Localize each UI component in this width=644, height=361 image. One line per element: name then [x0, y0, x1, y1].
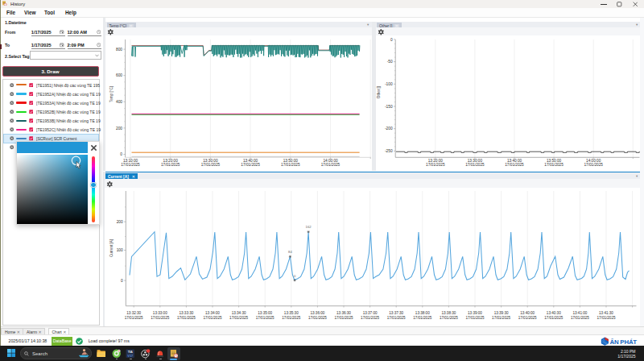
svg-text:17/01/2025: 17/01/2025: [203, 316, 221, 320]
svg-text:13:20:00: 13:20:00: [163, 159, 179, 163]
svg-text:17/01/2025: 17/01/2025: [281, 163, 300, 167]
svg-text:17/01/2025: 17/01/2025: [544, 163, 564, 167]
svg-text:13:40:00: 13:40:00: [243, 159, 258, 163]
svg-text:800: 800: [116, 48, 122, 52]
svg-text:13:34:30: 13:34:30: [231, 311, 246, 315]
svg-text:13:37:00: 13:37:00: [362, 311, 377, 315]
svg-text:13:39:30: 13:39:30: [493, 311, 508, 315]
svg-text:Other []: Other []: [376, 86, 380, 98]
svg-text:-100: -100: [384, 82, 392, 86]
svg-text:Current [A]: Current [A]: [109, 239, 113, 257]
svg-text:17/01/2025: 17/01/2025: [413, 316, 431, 320]
svg-text:TIA: TIA: [128, 351, 133, 354]
svg-text:400: 400: [116, 100, 122, 104]
svg-text:13:40:00: 13:40:00: [506, 159, 522, 163]
svg-text:13:37:30: 13:37:30: [389, 311, 403, 315]
svg-text:17/01/2025: 17/01/2025: [544, 316, 563, 320]
svg-text:13:34:00: 13:34:00: [205, 311, 220, 315]
svg-text:162: 162: [305, 225, 312, 229]
svg-text:13:36:30: 13:36:30: [336, 311, 351, 315]
svg-text:14:00:00: 14:00:00: [586, 159, 601, 163]
svg-text:13:40:30: 13:40:30: [546, 311, 560, 315]
svg-text:17/01/2025: 17/01/2025: [176, 316, 195, 320]
svg-text:17/01/2025: 17/01/2025: [465, 316, 484, 320]
svg-text:100: 100: [116, 248, 122, 252]
svg-text:84: 84: [288, 250, 292, 254]
svg-text:200: 200: [116, 220, 122, 224]
svg-text:-250: -250: [384, 149, 392, 153]
svg-text:17/01/2025: 17/01/2025: [584, 163, 603, 167]
svg-text:V17: V17: [128, 355, 134, 358]
svg-text:13:41:00: 13:41:00: [572, 311, 587, 315]
svg-text:17/01/2025: 17/01/2025: [255, 316, 274, 320]
svg-text:0: 0: [390, 38, 392, 42]
svg-text:17/01/2025: 17/01/2025: [492, 316, 510, 320]
svg-text:17/01/2025: 17/01/2025: [321, 163, 341, 167]
svg-text:13:33:30: 13:33:30: [179, 311, 193, 315]
svg-text:17/01/2025: 17/01/2025: [597, 316, 615, 320]
svg-text:13:35:00: 13:35:00: [258, 311, 272, 315]
svg-text:17/01/2025: 17/01/2025: [426, 163, 445, 167]
svg-text:-150: -150: [384, 105, 392, 109]
svg-text:-200: -200: [384, 127, 392, 131]
svg-text:13:30:00: 13:30:00: [203, 159, 218, 163]
svg-text:17/01/2025: 17/01/2025: [505, 163, 524, 167]
svg-text:13:40:00: 13:40:00: [520, 311, 535, 315]
svg-text:13:20:00: 13:20:00: [427, 159, 443, 163]
svg-text:17/01/2025: 17/01/2025: [518, 316, 536, 320]
svg-text:17/01/2025: 17/01/2025: [439, 316, 457, 320]
svg-text:17/01/2025: 17/01/2025: [121, 163, 140, 167]
svg-text:17/01/2025: 17/01/2025: [570, 316, 588, 320]
svg-text:17/01/2025: 17/01/2025: [124, 316, 142, 320]
svg-text:13:30:00: 13:30:00: [467, 159, 482, 163]
svg-text:13:50:00: 13:50:00: [546, 159, 561, 163]
svg-text:17/01/2025: 17/01/2025: [361, 316, 379, 320]
svg-text:13:41:30: 13:41:30: [599, 311, 613, 315]
svg-text:17/01/2025: 17/01/2025: [334, 316, 353, 320]
svg-text:17/01/2025: 17/01/2025: [282, 316, 300, 320]
svg-text:13:10:00: 13:10:00: [123, 159, 138, 163]
svg-text:13:32:30: 13:32:30: [126, 311, 141, 315]
svg-text:17/01/2025: 17/01/2025: [229, 316, 248, 320]
svg-text:17/01/2025: 17/01/2025: [151, 316, 169, 320]
svg-text:14:00:00: 14:00:00: [323, 159, 338, 163]
svg-text:17/01/2025: 17/01/2025: [201, 163, 221, 167]
svg-text:13:38:00: 13:38:00: [415, 311, 429, 315]
svg-text:-50: -50: [386, 60, 392, 64]
svg-text:0: 0: [120, 152, 122, 156]
svg-text:17/01/2025: 17/01/2025: [241, 163, 260, 167]
svg-text:13:36:00: 13:36:00: [310, 311, 324, 315]
svg-text:17/01/2025: 17/01/2025: [161, 163, 180, 167]
svg-text:17/01/2025: 17/01/2025: [308, 316, 326, 320]
svg-text:17/01/2025: 17/01/2025: [386, 316, 405, 320]
svg-text:Temp [°C]: Temp [°C]: [109, 86, 114, 102]
svg-text:13:39:00: 13:39:00: [468, 311, 482, 315]
svg-text:600: 600: [116, 73, 122, 77]
svg-text:13:50:00: 13:50:00: [283, 159, 299, 163]
svg-text:0: 0: [121, 279, 123, 283]
svg-text:17/01/2025: 17/01/2025: [465, 163, 485, 167]
svg-text:13:35:30: 13:35:30: [283, 311, 298, 315]
svg-text:13:33:00: 13:33:00: [152, 311, 167, 315]
svg-text:200: 200: [116, 127, 122, 131]
svg-text:13:38:30: 13:38:30: [441, 311, 456, 315]
